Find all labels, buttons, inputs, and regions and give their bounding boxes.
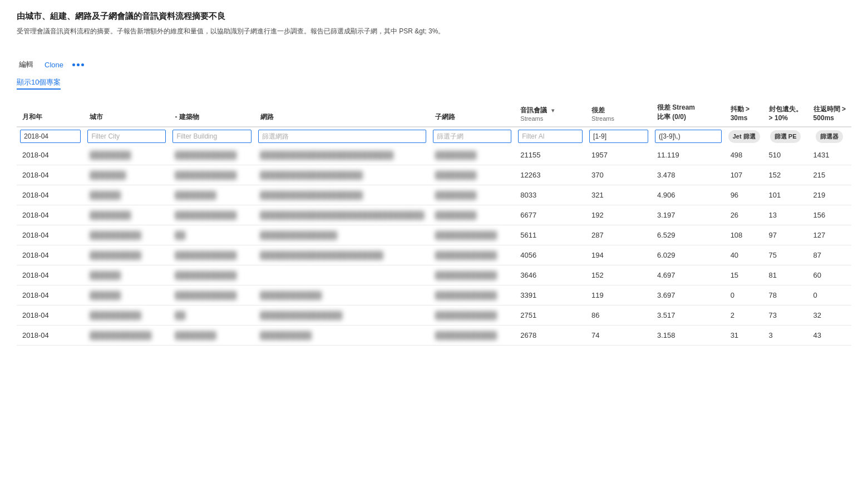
cell-building: ████████ bbox=[169, 185, 254, 205]
edit-button[interactable]: 編輯 bbox=[17, 58, 36, 71]
th-month-year: 月和年 bbox=[17, 98, 84, 127]
clone-button[interactable]: Clone bbox=[42, 60, 66, 70]
filter-jitter-chip[interactable]: Jet 篩選 bbox=[728, 130, 760, 143]
cell-poor_streams: 152 bbox=[586, 265, 652, 285]
cell-network: ████████████████████████ bbox=[255, 245, 430, 265]
filter-month-cell bbox=[17, 127, 84, 145]
cell-packet_loss: 510 bbox=[763, 145, 808, 165]
filter-packet-cell: 篩選 PE bbox=[763, 127, 808, 145]
cell-subnet: ████████████ bbox=[430, 245, 515, 265]
audio-streams-dropdown-icon[interactable]: ▾ bbox=[551, 107, 554, 114]
cell-audio_streams: 2751 bbox=[515, 305, 586, 326]
cell-rtt: 60 bbox=[808, 265, 851, 285]
cell-building: ████████████ bbox=[169, 205, 254, 225]
cell-packet_loss: 3 bbox=[763, 326, 808, 346]
cell-poor_stream_ratio: 3.478 bbox=[652, 165, 725, 185]
th-network: 網路 bbox=[255, 98, 430, 127]
cell-packet_loss: 73 bbox=[763, 305, 808, 326]
cell-network bbox=[255, 265, 430, 285]
cell-audio_streams: 2678 bbox=[515, 326, 586, 346]
cell-packet_loss: 78 bbox=[763, 285, 808, 305]
cell-subnet: ████████ bbox=[430, 165, 515, 185]
data-table: 月和年 城市 - 建築物 網路 子網路 音訊會議 ▾ Streams 很差 St… bbox=[17, 98, 851, 346]
cell-poor_stream_ratio: 11.119 bbox=[652, 145, 725, 165]
cell-subnet: ████████ bbox=[430, 205, 515, 225]
th-packet-loss: 封包遺失。> 10% bbox=[763, 98, 808, 127]
cell-poor_stream_ratio: 4.906 bbox=[652, 185, 725, 205]
th-audio-streams[interactable]: 音訊會議 ▾ Streams bbox=[515, 98, 586, 127]
cell-audio_streams: 3646 bbox=[515, 265, 586, 285]
cell-network: ███████████████ bbox=[255, 225, 430, 245]
table-row: 2018-04█████████████████████████████████… bbox=[17, 205, 851, 225]
cell-jitter: 498 bbox=[725, 145, 763, 165]
filter-building-input[interactable] bbox=[172, 130, 251, 143]
cell-network: ████████████████ bbox=[255, 305, 430, 326]
filter-packet-chip[interactable]: 篩選 PE bbox=[770, 130, 801, 143]
cell-network: ████████████████████ bbox=[255, 185, 430, 205]
cell-poor_streams: 321 bbox=[586, 185, 652, 205]
cell-packet_loss: 13 bbox=[763, 205, 808, 225]
cell-subnet: ████████████ bbox=[430, 326, 515, 346]
toolbar: 編輯 Clone bbox=[17, 58, 851, 71]
cell-rtt: 87 bbox=[808, 245, 851, 265]
table-header-row: 月和年 城市 - 建築物 網路 子網路 音訊會議 ▾ Streams 很差 St… bbox=[17, 98, 851, 127]
cell-jitter: 107 bbox=[725, 165, 763, 185]
filter-poor-input[interactable] bbox=[589, 130, 648, 143]
table-row: 2018-04█████████████████████████████████… bbox=[17, 305, 851, 326]
th-rtt: 往返時間 >500ms bbox=[808, 98, 851, 127]
cell-city: ██████████ bbox=[84, 225, 169, 245]
cell-month_year: 2018-04 bbox=[17, 265, 84, 285]
cell-poor_stream_ratio: 3.697 bbox=[652, 285, 725, 305]
cell-jitter: 26 bbox=[725, 205, 763, 225]
cell-rtt: 43 bbox=[808, 326, 851, 346]
cell-jitter: 31 bbox=[725, 326, 763, 346]
filter-audio-input[interactable] bbox=[518, 130, 583, 143]
cell-rtt: 156 bbox=[808, 205, 851, 225]
data-table-wrap: 月和年 城市 - 建築物 網路 子網路 音訊會議 ▾ Streams 很差 St… bbox=[17, 98, 851, 346]
cell-jitter: 108 bbox=[725, 225, 763, 245]
th-poor-streams: 很差 Streams bbox=[586, 98, 652, 127]
cell-poor_stream_ratio: 3.517 bbox=[652, 305, 725, 326]
cell-poor_streams: 74 bbox=[586, 326, 652, 346]
page-description: 受管理會議音訊資料流程的摘要。子報告新增額外的維度和量值，以協助識別子網進行進一… bbox=[17, 26, 851, 36]
table-row: 2018-04█████████████████████████████████… bbox=[17, 185, 851, 205]
filter-network-cell bbox=[255, 127, 430, 145]
cell-subnet: ████████ bbox=[430, 145, 515, 165]
cell-rtt: 0 bbox=[808, 285, 851, 305]
th-poor-streams-sub: Streams bbox=[591, 115, 646, 122]
cell-poor_streams: 370 bbox=[586, 165, 652, 185]
cell-poor_stream_ratio: 6.529 bbox=[652, 225, 725, 245]
cell-packet_loss: 152 bbox=[763, 165, 808, 185]
cell-city: ████████ bbox=[84, 205, 169, 225]
cell-month_year: 2018-04 bbox=[17, 225, 84, 245]
cell-packet_loss: 81 bbox=[763, 265, 808, 285]
cell-city: ███████ bbox=[84, 165, 169, 185]
filter-subnet-input[interactable] bbox=[433, 130, 511, 143]
cell-subnet: ████████████ bbox=[430, 285, 515, 305]
cell-city: ██████ bbox=[84, 285, 169, 305]
page-title: 由城市、組建、網路及子網會議的音訊資料流程摘要不良 bbox=[17, 11, 851, 22]
show-count-label: 顯示10個專案 bbox=[17, 77, 61, 90]
filter-rtt-chip[interactable]: 篩選器 bbox=[816, 130, 843, 143]
cell-city: ████████████ bbox=[84, 326, 169, 346]
cell-rtt: 1431 bbox=[808, 145, 851, 165]
table-body: 2018-04█████████████████████████████████… bbox=[17, 145, 851, 346]
cell-jitter: 15 bbox=[725, 265, 763, 285]
cell-network: ████████████████████ bbox=[255, 165, 430, 185]
table-row: 2018-04█████████████████████████████████… bbox=[17, 285, 851, 305]
th-jitter: 抖動 >30ms bbox=[725, 98, 763, 127]
cell-jitter: 96 bbox=[725, 185, 763, 205]
cell-city: ██████ bbox=[84, 185, 169, 205]
filter-network-input[interactable] bbox=[258, 130, 427, 143]
cell-month_year: 2018-04 bbox=[17, 305, 84, 326]
cell-poor_stream_ratio: 3.197 bbox=[652, 205, 725, 225]
filter-ratio-input[interactable] bbox=[655, 130, 722, 143]
filter-city-input[interactable] bbox=[87, 130, 166, 143]
more-options-button[interactable] bbox=[72, 63, 84, 66]
filter-jitter-cell: Jet 篩選 bbox=[725, 127, 763, 145]
cell-poor_stream_ratio: 4.697 bbox=[652, 265, 725, 285]
filter-month-input[interactable] bbox=[20, 130, 81, 143]
cell-city: ██████████ bbox=[84, 245, 169, 265]
cell-packet_loss: 97 bbox=[763, 225, 808, 245]
cell-audio_streams: 6677 bbox=[515, 205, 586, 225]
